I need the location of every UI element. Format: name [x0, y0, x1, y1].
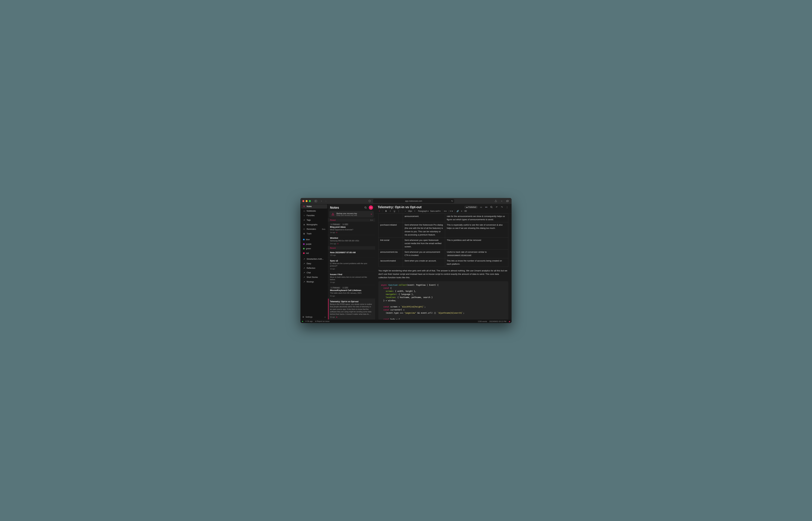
sidebar-shortcut[interactable]: ↗Diary	[301, 262, 327, 266]
close-icon[interactable]: ✕	[371, 213, 372, 216]
code-block: async function collect(event: PageView |…	[378, 281, 508, 319]
add-note-button[interactable]: ＋	[369, 205, 373, 210]
note-title: Note 2023/08/07 07:05 AM	[330, 251, 373, 254]
sidebar-toggle-icon[interactable]	[314, 199, 318, 203]
pin-icon: ⚲	[336, 232, 337, 233]
sidebar-shortcut[interactable]: ↗Reflection	[301, 266, 327, 270]
sidebar-shortcut[interactable]: ↗Short Stories	[301, 275, 327, 279]
undo-icon[interactable]: ↶	[495, 205, 498, 209]
table-row: announcement:ctaSent whenever you an ann…	[378, 249, 508, 258]
sidebar-color-purple[interactable]: purple	[301, 242, 327, 246]
sidebar-color-green[interactable]: green	[301, 247, 327, 251]
minimize-window-icon[interactable]	[306, 200, 307, 202]
sidebar-item-notebooks[interactable]: ▭ Notebooks	[301, 209, 327, 213]
decrease-size-icon[interactable]: −	[404, 210, 407, 212]
focus-mode-icon[interactable]: ▭	[479, 205, 483, 209]
new-tab-icon[interactable]: ＋	[500, 199, 504, 203]
shortcut-icon: ↗	[303, 281, 305, 283]
pin-status-icon[interactable]: ◢	[509, 320, 510, 322]
window-controls	[302, 200, 311, 202]
sidebar-color-blue[interactable]: blue	[301, 237, 327, 242]
search-icon[interactable]	[364, 206, 368, 209]
sidebar-item-label: Short Stories	[307, 276, 318, 278]
settings-label: Settings	[305, 316, 312, 318]
unordered-list-icon[interactable]: ⋮≡ ▾	[448, 210, 453, 212]
address-bar[interactable]: app.notesnook.com ↻	[373, 199, 454, 203]
sidebar-item-label: Notebooks	[307, 210, 316, 212]
forward-icon[interactable]: ›	[324, 199, 328, 203]
clear-format-icon[interactable]: ⌫	[464, 210, 467, 212]
bold-icon[interactable]: B	[385, 210, 388, 212]
shield-icon[interactable]	[368, 199, 372, 203]
reload-icon[interactable]: ↻	[451, 200, 453, 202]
sidebar-shortcut[interactable]: ↗Musings	[301, 280, 327, 284]
note-list-title: Notes	[330, 206, 362, 209]
sidebar-shortcut[interactable]: ↗Chat	[301, 271, 327, 275]
note-item[interactable]: ▭ February ▭ 123 Blog post ideas What ha…	[328, 222, 375, 235]
table-row: link:socialSent whenever you open Notesn…	[378, 237, 508, 249]
back-icon[interactable]: ‹	[319, 199, 324, 203]
note-title: Telemetry: Opt-in vs Opt-out	[330, 300, 373, 303]
close-window-icon[interactable]	[302, 200, 304, 202]
block-type-select[interactable]: Paragraph ▾	[418, 210, 428, 212]
report-issue[interactable]: ⊘ Report an issue	[315, 320, 329, 322]
note-item[interactable]: Issues I find Move to trash menu item is…	[328, 272, 375, 285]
notes-icon: 🗎	[303, 205, 305, 208]
ordered-list-icon[interactable]: ≡ ▾	[444, 210, 446, 212]
increase-size-icon[interactable]: ＋	[413, 210, 416, 212]
properties-icon[interactable]: 👓	[484, 205, 488, 209]
theme-toggle-icon[interactable]: ☼	[324, 316, 326, 318]
chevron-down-icon: ▾	[427, 210, 428, 212]
color-dot-icon	[303, 252, 305, 254]
sidebar-item-favorites[interactable]: ☆ Favorites	[301, 213, 327, 218]
gear-icon: ⚙	[302, 316, 304, 318]
published-pill[interactable]: ☁Published	[464, 206, 478, 209]
note-excerpt: Move to trash menu item is not colored r…	[330, 276, 373, 281]
note-item[interactable]: Wishlist Samsung 980 Evo 500 GB (60 USD)…	[328, 235, 375, 246]
maximize-window-icon[interactable]	[309, 200, 311, 202]
note-item[interactable]: Sync v2 Q: What are the current problems…	[328, 258, 375, 272]
note-list: Notes ＋ Backup your recovery key Keep yo…	[328, 204, 375, 319]
tabs-icon[interactable]	[505, 199, 510, 203]
note-item[interactable]: ▭ February ▭ 123 Mouse/Keyboard Cell Lif…	[328, 285, 375, 298]
svg-line-5	[366, 208, 367, 208]
insert-icon[interactable]: ＋	[378, 210, 381, 212]
recovery-key-banner[interactable]: Backup your recovery key Keep your recov…	[329, 211, 374, 218]
browser-window: ‹ › app.notesnook.com ↻ ＋ 🗎 Notes	[300, 198, 512, 323]
sidebar-item-label: purple	[306, 243, 311, 245]
svg-point-4	[365, 207, 366, 208]
font-family-select[interactable]: Sans-serif ▾	[430, 210, 440, 212]
sidebar-item-tags[interactable]: # Tags	[301, 218, 327, 222]
clock-icon: ⏲	[303, 228, 305, 230]
align-icon[interactable]: ≡	[461, 210, 462, 212]
underline-icon[interactable]: U	[393, 210, 396, 212]
share-icon[interactable]	[494, 199, 498, 203]
sidebar-color-red[interactable]: red	[301, 251, 327, 255]
sidebar-item-reminders[interactable]: ⏲ Reminders Beta	[301, 227, 327, 231]
color-dot-icon	[303, 248, 305, 249]
search-note-icon[interactable]	[489, 205, 493, 209]
note-item[interactable]: Telemetry: Opt-in vs Opt-out Being in th…	[328, 299, 375, 319]
note-item[interactable]: Note 2023/08/07 07:05 AM 12h ago	[328, 250, 375, 258]
sync-time[interactable]: ⟳ 9h ago	[305, 320, 313, 322]
sidebar-item-label: Reflection	[307, 267, 315, 269]
font-size-select[interactable]: 16px	[408, 210, 412, 212]
beta-badge: Beta	[322, 228, 325, 230]
editor-title[interactable]: Telemetry: Opt-in vs Opt-out	[378, 205, 463, 209]
sort-icon[interactable]: ⇅ ≡	[370, 219, 373, 221]
sidebar-item-label: Reminders	[307, 228, 316, 230]
more-icon[interactable]: ⋮	[505, 205, 509, 209]
sidebar-settings[interactable]: ⚙ Settings ☼	[300, 315, 328, 319]
sidebar-item-trash[interactable]: 🗑 Trash	[301, 232, 327, 236]
editor-body[interactable]: announcement.rate for the announcements …	[375, 213, 512, 319]
note-excerpt: Samsung 980 Evo 500 GB (60 USD)	[330, 240, 373, 242]
sidebar-item-label: red	[306, 252, 309, 254]
sidebar-shortcut[interactable]: ↗Streetwriters Anth...	[301, 257, 327, 261]
italic-icon[interactable]: I	[389, 210, 392, 212]
sidebar-item-monographs[interactable]: ≣ Monographs	[301, 223, 327, 227]
more-format-icon[interactable]: ⋮	[397, 210, 400, 212]
color-dot-icon	[303, 243, 305, 245]
link-icon[interactable]: 🔗	[456, 210, 459, 212]
redo-icon[interactable]: ↷	[500, 205, 504, 209]
sidebar-item-notes[interactable]: 🗎 Notes	[301, 204, 327, 208]
